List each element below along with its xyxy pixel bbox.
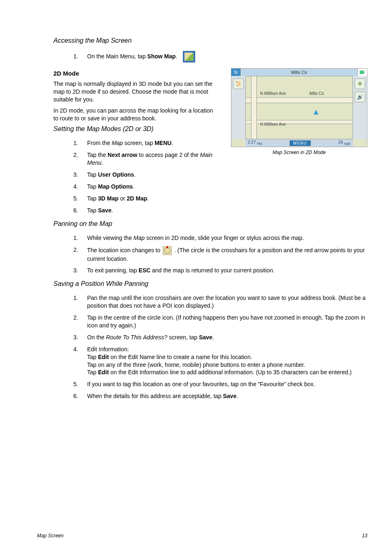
t: . — [212, 334, 214, 341]
panning-step-3: To exit panning, tap ESC and the map is … — [80, 267, 367, 274]
t: on the Edit Name line to create a name f… — [109, 354, 252, 360]
t: Save — [199, 334, 212, 341]
svg-rect-1 — [360, 71, 363, 74]
saving-step-6: When the details for this address are ac… — [80, 392, 367, 400]
battery-icon — [357, 69, 367, 76]
t: Tap — [87, 207, 98, 214]
svg-rect-2 — [364, 71, 364, 73]
street-label-3: N Milliken Ave — [260, 122, 286, 127]
t: Tap — [87, 354, 98, 360]
t: . — [134, 171, 136, 178]
saving-step-3: On the Route To This Address? screen, ta… — [80, 334, 367, 341]
saving-step-5: If you want to tag this location as one … — [80, 380, 367, 388]
saving-step-4: Edit Information: Tap Edit on the Edit N… — [80, 345, 367, 377]
road-v1 — [251, 76, 257, 139]
t: . — [133, 183, 134, 190]
setting-step-5: Tap 3D Map or 2D Map. — [80, 195, 367, 203]
t: Save — [98, 207, 111, 214]
accessing-step-1: On the Main Menu, tap Show Map. — [80, 51, 367, 62]
t: When the details for this address are ac… — [87, 393, 223, 399]
location-pin-icon — [314, 110, 318, 115]
t: MENU — [154, 140, 171, 146]
page-footer: Map Screen 13 — [37, 533, 367, 539]
t: . — [236, 393, 238, 399]
t: . — [111, 207, 113, 214]
left-button-panel: 📜 — [231, 76, 246, 139]
t: Edit Information: — [87, 346, 129, 352]
t: Next arrow — [108, 152, 137, 158]
header-street: Mills Cir — [291, 70, 307, 75]
menu-button: MENU — [290, 140, 311, 146]
crosshair-icon — [163, 246, 172, 255]
t: Save — [223, 393, 237, 399]
footer-right: 13 — [362, 533, 367, 539]
setting-step-4: Tap Map Options. — [80, 183, 367, 191]
t: . — [171, 140, 173, 146]
t: Tap on any of the three (work, home, mob… — [87, 362, 305, 368]
t: While viewing the — [87, 235, 134, 241]
map-screenshot: N Mills Cir 📜 ✥ 🔊 N Milliken Ave Mills C… — [231, 68, 367, 147]
t: . — [147, 195, 149, 202]
figure-caption: Map Screen in 2D Mode — [231, 150, 367, 155]
map-header: N Mills Cir — [231, 69, 367, 76]
t: Route To This Address? — [106, 334, 167, 341]
time-label: 2:27 PM — [248, 140, 262, 146]
show-map-icon — [183, 51, 195, 62]
road-h1 — [245, 97, 353, 103]
t: Tap the — [87, 152, 108, 158]
speed-label: 29 mph — [338, 140, 350, 146]
saving-step-2: Tap in the centre of the circle icon. (I… — [80, 314, 367, 329]
saving-step-1: Pan the map until the icon crosshairs ar… — [80, 294, 367, 310]
t: Edit — [98, 354, 108, 360]
p-2d-2: In 2D mode, you can pan across the map l… — [37, 107, 214, 122]
t: or — [118, 195, 127, 202]
right-button-panel: ✥ 🔊 — [353, 76, 367, 139]
t: Tap — [87, 195, 98, 202]
panning-step-2: The location icon changes to . (The circ… — [80, 246, 367, 263]
t: Tap — [87, 171, 98, 178]
t: Tap — [87, 183, 98, 190]
setting-step-3: Tap User Options. — [80, 171, 367, 179]
t: screen in 2D mode, slide your finger or … — [145, 235, 304, 241]
t: On the — [87, 334, 106, 341]
text: On the Main Menu, tap — [87, 53, 147, 60]
t: The location icon changes to — [87, 246, 162, 253]
p-2d-1: The map is normally displayed in 3D mode… — [37, 80, 214, 104]
t: screen, tap — [167, 334, 199, 341]
map-footer: 2:27 PM MENU 29 mph — [245, 139, 353, 147]
setting-step-6: Tap Save. — [80, 207, 367, 214]
t: User Options — [98, 171, 134, 178]
heading-accessing: Accessing the Map Screen — [37, 37, 367, 44]
north-button: N — [231, 69, 241, 76]
heading-panning: Panning on the Map — [37, 220, 367, 228]
figure-map-2d: N Mills Cir 📜 ✥ 🔊 N Milliken Ave Mills C… — [231, 68, 367, 155]
t: screen, tap — [123, 140, 154, 146]
poi-icon: 📜 — [233, 78, 244, 89]
t: To exit panning, tap — [87, 267, 138, 274]
t: Map — [134, 235, 145, 241]
t: Edit — [98, 369, 108, 375]
t: Map Options — [98, 183, 133, 190]
footer-left: Map Screen — [37, 533, 64, 539]
street-label-2: Mills Cir — [309, 91, 324, 96]
t: and the map is returned to your current … — [150, 267, 274, 274]
t: . — [101, 159, 103, 166]
street-label-1: N Milliken Ave — [260, 91, 286, 96]
text: . — [176, 53, 178, 60]
heading-saving: Saving a Position While Panning — [37, 280, 367, 288]
t: From the — [87, 140, 112, 146]
zoom-icon: ✥ — [355, 78, 365, 89]
t: ESC — [138, 267, 150, 274]
t: on the Edit Information line to add addi… — [109, 369, 352, 375]
t: 3D Map — [98, 195, 118, 202]
t: 2D Map — [127, 195, 148, 202]
panning-step-1: While viewing the Map screen in 2D mode,… — [80, 234, 367, 242]
show-map-bold: Show Map — [147, 53, 175, 60]
t: Tap — [87, 369, 98, 375]
t: to access page 2 of the — [137, 152, 200, 158]
sound-icon: 🔊 — [355, 92, 365, 102]
t: Map — [112, 140, 123, 146]
